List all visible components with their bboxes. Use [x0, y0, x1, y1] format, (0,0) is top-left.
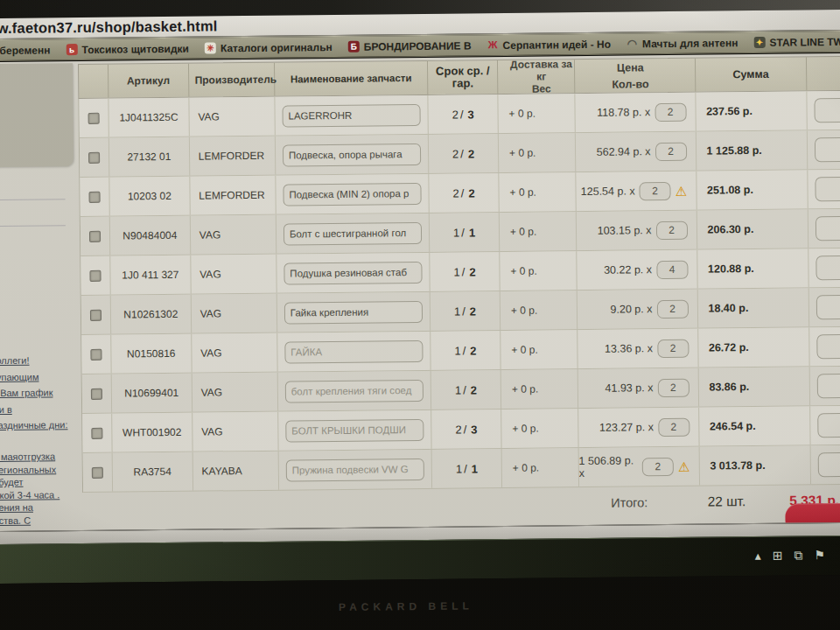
quantity-input[interactable] [658, 417, 690, 436]
bookmark-toxicosis[interactable]: ь Токсикоз щитовидки [66, 42, 189, 55]
part-name-input[interactable] [283, 182, 421, 206]
sidebar-notice-line[interactable]: бства. С [0, 514, 77, 527]
row-checkbox[interactable] [90, 348, 102, 360]
bookmark-label: ь беременн [0, 44, 51, 57]
checkbox-cell [82, 374, 112, 413]
chevron-up-icon[interactable]: ▴ [754, 548, 760, 564]
part-name-input[interactable] [285, 418, 424, 442]
quantity-input[interactable] [639, 181, 670, 200]
price-cell: 41.93 р. x ⚠ [578, 368, 698, 408]
part-name-input[interactable] [283, 143, 421, 166]
row-checkbox[interactable] [89, 230, 101, 242]
part-name-input[interactable] [285, 379, 424, 402]
brand-cell: VAG [192, 373, 277, 412]
part-name-cell [275, 95, 429, 136]
sidebar-notice-line[interactable]: 5 маяотгрузка [0, 450, 76, 463]
article-cell: N90484004 [110, 216, 191, 256]
sidebar-notice: коллеги! тупающим и Вам график ми в разд… [0, 352, 75, 433]
part-name-input[interactable] [284, 340, 423, 363]
sidebar-notice-line[interactable]: раздничные дни: [0, 416, 75, 433]
bookmark-label: БРОНДИРОВАНИЕ В [364, 39, 472, 52]
row-checkbox[interactable] [91, 427, 102, 438]
price-value: 118.78 р. x [597, 106, 650, 119]
brand-cell: VAG [191, 255, 276, 294]
article-cell: 27132 01 [109, 137, 190, 177]
part-name-input[interactable] [284, 300, 423, 324]
part-name-input[interactable] [284, 261, 422, 284]
row-checkbox[interactable] [88, 151, 100, 163]
system-tray: ▴ ⊞ ⧉ ⚑ [754, 547, 825, 564]
sidebar-notice-line[interactable]: ми в [0, 401, 75, 417]
quantity-input[interactable] [655, 220, 687, 239]
article-cell: N0150816 [111, 334, 192, 374]
term-warranty: 2 [469, 265, 475, 278]
checkbox-cell [82, 414, 112, 452]
bookmark-label: Мачты для антенн [642, 37, 738, 50]
photo-frame: ww.faeton37.ru/shop/basket.html ь береме… [0, 0, 840, 630]
bookmark-favicon-icon: ь [66, 44, 77, 55]
term-cell: 1 / 1 [432, 449, 502, 488]
checkbox-cell [81, 335, 111, 374]
bookmark-masts[interactable]: ◠ Мачты для антенн [626, 37, 738, 50]
windows-logo-icon[interactable]: ⊞ [773, 548, 783, 564]
bookmark-label: Токсикоз щитовидки [81, 42, 189, 55]
dual-display-icon[interactable]: ⧉ [794, 547, 802, 563]
sidebar-notice-line[interactable]: тупающим [0, 368, 75, 385]
quantity-input[interactable] [654, 142, 686, 160]
sidebar-notice-line[interactable]: коллеги! [0, 352, 75, 368]
row-checkbox[interactable] [88, 112, 100, 123]
term-stock: 2 [455, 423, 461, 436]
quantity-input[interactable] [657, 378, 689, 396]
term-separator: / [461, 186, 465, 200]
bookmark-bronding[interactable]: Б БРОНДИРОВАНИЕ В [348, 39, 472, 52]
note-input[interactable] [817, 373, 840, 398]
sidebar-notice-line[interactable]: нения на [0, 500, 76, 514]
delivery-cell: + 0 р. [501, 369, 578, 409]
row-checkbox[interactable] [89, 270, 101, 281]
note-input[interactable] [815, 136, 840, 162]
quantity-input[interactable] [654, 102, 686, 121]
row-checkbox[interactable] [91, 388, 102, 399]
note-input[interactable] [816, 294, 840, 319]
part-name-input[interactable] [282, 103, 420, 127]
extra-cell [808, 130, 840, 169]
term-warranty: 3 [471, 423, 477, 436]
bookmark-catalogs[interactable]: ✳ Каталоги оригинальн [205, 41, 332, 55]
sidebar-notice-line[interactable]: и Вам график [0, 384, 75, 401]
quantity-input[interactable] [642, 457, 674, 475]
quantity-input[interactable] [657, 339, 689, 357]
price-cell: 30.22 р. x ⚠ [577, 250, 697, 290]
note-input[interactable] [817, 333, 840, 359]
bookmark-pregnancy[interactable]: ь беременн [0, 44, 51, 57]
row-checkbox[interactable] [92, 466, 103, 478]
sidebar-notice-line[interactable]: региональных [0, 463, 76, 476]
part-name-input[interactable] [286, 458, 424, 481]
sum-cell: 1 125.88 р. [696, 130, 808, 170]
quantity-input[interactable] [656, 260, 688, 278]
bookmark-serpantin[interactable]: Ж Серпантин идей - Но [486, 38, 611, 51]
note-input[interactable] [816, 176, 840, 201]
header-article: Артикул [108, 64, 189, 98]
quantity-input[interactable] [656, 299, 688, 318]
term-separator: / [460, 108, 464, 121]
sum-cell: 237.56 р. [696, 91, 808, 130]
bookmark-starline[interactable]: ✦ STAR LINE TWAGE A6 [753, 35, 840, 49]
sidebar-notice-line[interactable]: , будет [0, 475, 76, 488]
note-input[interactable] [816, 215, 840, 241]
term-cell: 1 / 2 [431, 370, 501, 410]
term-cell: 1 / 1 [430, 213, 500, 252]
note-input[interactable] [818, 452, 840, 477]
sidebar-notice-line[interactable]: жкой 3-4 часа . [0, 488, 76, 501]
row-checkbox[interactable] [90, 309, 102, 320]
flag-icon[interactable]: ⚑ [814, 547, 825, 563]
brand-cell: LEMFORDER [190, 176, 276, 215]
note-input[interactable] [815, 97, 840, 122]
part-name-cell [276, 214, 430, 254]
price-value: 1 506.89 р. x [578, 454, 638, 480]
note-input[interactable] [817, 412, 840, 438]
checkbox-cell [81, 296, 111, 334]
note-input[interactable] [816, 255, 840, 280]
header-extra [807, 56, 840, 90]
row-checkbox[interactable] [88, 191, 100, 202]
part-name-input[interactable] [284, 221, 422, 245]
